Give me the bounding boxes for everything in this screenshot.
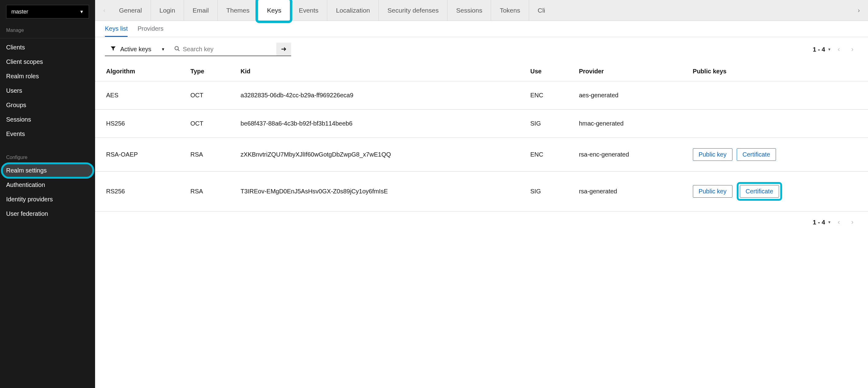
tab-tokens[interactable]: Tokens xyxy=(491,0,529,21)
cell-algorithm: RS256 xyxy=(95,172,183,211)
tab-events[interactable]: Events xyxy=(290,0,327,21)
cell-provider: aes-generated xyxy=(571,81,685,110)
cell-type: OCT xyxy=(183,110,234,138)
table-row: RS256RSAT3IREov-EMgD0EnJ5AsHsv0GX-Z0s89j… xyxy=(95,172,868,211)
sidebar-item-sessions[interactable]: Sessions xyxy=(0,112,95,127)
sidebar-item-realm-settings[interactable]: Realm settings xyxy=(2,163,93,178)
tab-cli[interactable]: Cli xyxy=(529,0,554,21)
subtab-providers[interactable]: Providers xyxy=(137,21,163,37)
filter-select-label: Active keys xyxy=(120,46,151,53)
sidebar-item-authentication[interactable]: Authentication xyxy=(0,178,95,192)
col-use: Use xyxy=(523,62,571,81)
pager-next[interactable]: › xyxy=(846,216,858,228)
cell-algorithm: AES xyxy=(95,81,183,110)
tab-themes[interactable]: Themes xyxy=(217,0,258,21)
sidebar-item-events[interactable]: Events xyxy=(0,127,95,141)
tabs-row: ‹ GeneralLoginEmailThemesKeysEventsLocal… xyxy=(95,0,868,21)
cell-type: OCT xyxy=(183,81,234,110)
sidebar-item-identity-providers[interactable]: Identity providers xyxy=(0,192,95,207)
search-icon xyxy=(174,46,180,53)
sidebar-section-manage: Manage xyxy=(0,25,95,36)
cell-use: SIG xyxy=(523,172,571,211)
tab-scroll-right[interactable]: › xyxy=(852,0,865,21)
table-row: HS256OCTbe68f437-88a6-4c3b-b92f-bf3b114b… xyxy=(95,110,868,138)
svg-line-1 xyxy=(178,50,179,51)
search-input[interactable] xyxy=(170,46,276,53)
cell-kid: be68f437-88a6-4c3b-b92f-bf3b114beeb6 xyxy=(233,110,523,138)
col-kid: Kid xyxy=(233,62,523,81)
cell-use: ENC xyxy=(523,81,571,110)
tab-security-defenses[interactable]: Security defenses xyxy=(378,0,447,21)
search-group xyxy=(170,43,291,56)
sidebar-item-realm-roles[interactable]: Realm roles xyxy=(0,69,95,84)
chevron-down-icon[interactable]: ▼ xyxy=(828,220,831,225)
sidebar-item-groups[interactable]: Groups xyxy=(0,98,95,112)
toolbar: Active keys ▼ 1 - 4 ▼ ‹ › xyxy=(95,37,868,62)
cell-provider: rsa-generated xyxy=(571,172,685,211)
sidebar-item-user-federation[interactable]: User federation xyxy=(0,207,95,221)
filter-icon xyxy=(111,46,116,53)
main-content: ‹ GeneralLoginEmailThemesKeysEventsLocal… xyxy=(95,0,868,388)
annotation-highlight: Certificate xyxy=(737,182,782,201)
public-key-button[interactable]: Public key xyxy=(693,185,733,198)
chevron-down-icon: ▼ xyxy=(161,47,165,52)
cell-public-keys xyxy=(685,110,868,138)
cell-kid: T3IREov-EMgD0EnJ5AsHsv0GX-Z0s89jCy1oy6fm… xyxy=(233,172,523,211)
certificate-button[interactable]: Certificate xyxy=(737,148,776,161)
cell-kid: zXKBnvtriZQU7MbyXJlIf60wGotgDbZwpG8_x7wE… xyxy=(233,138,523,172)
chevron-down-icon[interactable]: ▼ xyxy=(828,47,831,52)
cell-use: SIG xyxy=(523,110,571,138)
search-submit-button[interactable] xyxy=(276,43,291,56)
col-algorithm: Algorithm xyxy=(95,62,183,81)
cell-type: RSA xyxy=(183,172,234,211)
cell-public-keys: Public keyCertificate xyxy=(685,172,868,211)
tab-email[interactable]: Email xyxy=(184,0,217,21)
tab-keys[interactable]: Keys xyxy=(258,0,290,21)
keys-table: Algorithm Type Kid Use Provider Public k… xyxy=(95,62,868,211)
realm-selector[interactable]: master ▼ xyxy=(6,5,89,19)
divider xyxy=(0,38,95,38)
public-key-button[interactable]: Public key xyxy=(693,148,733,161)
subtab-keys-list[interactable]: Keys list xyxy=(105,21,128,37)
filter-select[interactable]: Active keys ▼ xyxy=(105,43,170,56)
pager-range: 1 - 4 xyxy=(813,219,825,226)
cell-use: ENC xyxy=(523,138,571,172)
subtabs: Keys listProviders xyxy=(95,21,868,37)
cell-type: RSA xyxy=(183,138,234,172)
realm-selector-label: master xyxy=(11,8,28,15)
pager-next[interactable]: › xyxy=(846,43,858,55)
table-row: RSA-OAEPRSAzXKBnvtriZQU7MbyXJlIf60wGotgD… xyxy=(95,138,868,172)
tab-login[interactable]: Login xyxy=(151,0,184,21)
cell-provider: rsa-enc-generated xyxy=(571,138,685,172)
col-type: Type xyxy=(183,62,234,81)
sidebar-item-clients[interactable]: Clients xyxy=(0,40,95,55)
tab-scroll-left[interactable]: ‹ xyxy=(98,0,111,21)
pager-prev[interactable]: ‹ xyxy=(833,216,845,228)
cell-provider: hmac-generated xyxy=(571,110,685,138)
cell-algorithm: RSA-OAEP xyxy=(95,138,183,172)
cell-public-keys: Public keyCertificate xyxy=(685,138,868,172)
tab-localization[interactable]: Localization xyxy=(327,0,378,21)
chevron-down-icon: ▼ xyxy=(80,9,84,14)
pager-top: 1 - 4 ▼ ‹ › xyxy=(813,43,858,55)
tab-sessions[interactable]: Sessions xyxy=(447,0,491,21)
svg-point-0 xyxy=(175,47,178,50)
col-provider: Provider xyxy=(571,62,685,81)
pager-range: 1 - 4 xyxy=(813,46,825,53)
col-public-keys: Public keys xyxy=(685,62,868,81)
sidebar-item-client-scopes[interactable]: Client scopes xyxy=(0,55,95,69)
table-row: AESOCTa3282835-06db-42cc-b29a-ff969226ec… xyxy=(95,81,868,110)
cell-algorithm: HS256 xyxy=(95,110,183,138)
sidebar-item-users[interactable]: Users xyxy=(0,84,95,98)
sidebar-section-configure: Configure xyxy=(0,152,95,163)
cell-public-keys xyxy=(685,81,868,110)
cell-kid: a3282835-06db-42cc-b29a-ff969226eca9 xyxy=(233,81,523,110)
sidebar: master ▼ Manage ClientsClient scopesReal… xyxy=(0,0,95,388)
pager-prev[interactable]: ‹ xyxy=(833,43,845,55)
pager-bottom: 1 - 4 ▼ ‹ › xyxy=(95,211,868,233)
certificate-button[interactable]: Certificate xyxy=(740,185,779,198)
tab-general[interactable]: General xyxy=(111,0,151,21)
